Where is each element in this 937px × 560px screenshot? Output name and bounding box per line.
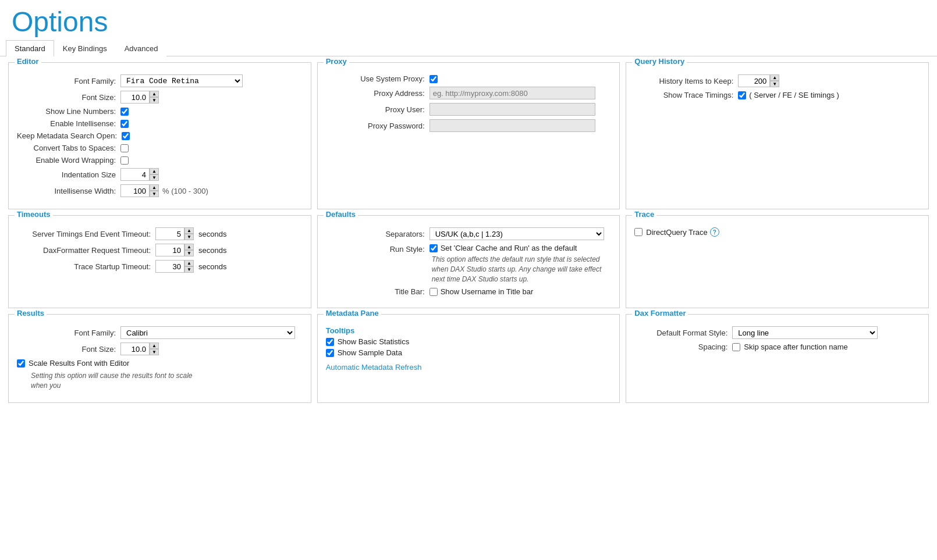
defaults-section: Defaults Separators: US/UK (a,b,c | 1.23… (317, 215, 620, 308)
indentation-size-spinner: 4 ▲ ▼ (120, 168, 159, 181)
proxy-password-row: Proxy Password: (326, 119, 612, 132)
run-style-label: Run Style: (326, 245, 425, 254)
use-system-proxy-checkbox[interactable] (430, 75, 438, 83)
trace-startup-input[interactable]: 30 (155, 260, 184, 273)
proxy-address-row: Proxy Address: (326, 87, 612, 99)
title-bar-label: Title Bar: (326, 287, 425, 296)
show-basic-stats-checkbox[interactable] (326, 338, 334, 346)
show-trace-checkbox[interactable] (738, 91, 746, 99)
metadata-pane-section-title: Metadata Pane (324, 309, 381, 318)
indentation-size-input[interactable]: 4 (120, 168, 150, 181)
keep-metadata-checkbox[interactable] (122, 132, 130, 140)
scale-results-checkbox[interactable] (17, 359, 25, 368)
server-timings-label: Server Timings End Event Timeout: (17, 230, 151, 238)
convert-tabs-checkbox[interactable] (120, 144, 129, 152)
use-system-proxy-row: Use System Proxy: (326, 74, 612, 83)
auto-refresh-group: Automatic Metadata Refresh (326, 363, 612, 372)
editor-section-title: Editor (15, 57, 41, 66)
title-bar-checkbox[interactable] (430, 288, 438, 296)
default-format-label: Default Format Style: (634, 329, 727, 337)
proxy-password-input[interactable] (430, 119, 595, 132)
font-family-select[interactable]: Fira Code Retina (120, 74, 243, 87)
indentation-up-btn[interactable]: ▲ (150, 168, 159, 174)
intellisense-width-down-btn[interactable]: ▼ (150, 191, 159, 197)
direct-query-checkbox[interactable] (634, 228, 643, 236)
proxy-user-input[interactable] (430, 103, 595, 116)
show-trace-suffix: ( Server / FE / SE timings ) (749, 91, 839, 99)
history-items-input[interactable]: 200 (738, 74, 770, 87)
auto-refresh-link[interactable]: Automatic Metadata Refresh (326, 363, 422, 372)
enable-intellisense-checkbox[interactable] (120, 120, 129, 128)
history-items-up-btn[interactable]: ▲ (770, 74, 779, 81)
results-font-family-row: Font Family: Calibri (17, 326, 303, 339)
proxy-user-label: Proxy User: (326, 105, 425, 114)
results-font-size-down-btn[interactable]: ▼ (150, 349, 159, 355)
tab-standard[interactable]: Standard (6, 40, 54, 56)
proxy-section-title: Proxy (324, 57, 349, 66)
trace-section: Trace DirectQuery Trace ? (626, 215, 929, 308)
timeouts-section: Timeouts Server Timings End Event Timeou… (8, 215, 311, 308)
trace-startup-label: Trace Startup Timeout: (17, 262, 151, 271)
results-font-size-input[interactable]: 10.0 (120, 343, 150, 355)
server-timings-up-btn[interactable]: ▲ (184, 227, 194, 234)
font-size-up-btn[interactable]: ▲ (150, 91, 159, 97)
run-style-text: Set 'Clear Cache and Run' as the default (441, 244, 577, 252)
show-line-numbers-row: Show Line Numbers: (17, 107, 303, 116)
intellisense-width-input[interactable]: 100 (120, 184, 150, 197)
show-sample-data-checkbox[interactable] (326, 349, 334, 357)
intellisense-width-spinner-btns: ▲ ▼ (150, 184, 159, 197)
timeouts-section-title: Timeouts (15, 210, 53, 219)
spacing-row: Spacing: Skip space after function name (634, 343, 920, 351)
results-section-title: Results (15, 309, 47, 318)
show-line-numbers-checkbox[interactable] (120, 108, 129, 116)
font-size-spinner-btns: ▲ ▼ (150, 91, 159, 104)
run-style-col: Set 'Clear Cache and Run' as the default… (430, 244, 606, 284)
history-items-down-btn[interactable]: ▼ (770, 81, 779, 87)
separators-label: Separators: (326, 230, 425, 238)
server-timings-input[interactable]: 5 (155, 227, 184, 240)
show-line-numbers-label: Show Line Numbers: (17, 107, 116, 116)
font-size-down-btn[interactable]: ▼ (150, 97, 159, 104)
separators-select[interactable]: US/UK (a,b,c | 1.23) EU (a;b;c | 1,23) (430, 227, 604, 240)
daxformatter-input[interactable]: 10 (155, 244, 184, 256)
trace-startup-spinner-btns: ▲ ▼ (184, 260, 194, 273)
daxformatter-down-btn[interactable]: ▼ (184, 250, 194, 256)
query-history-section-title: Query History (632, 57, 687, 66)
word-wrap-checkbox[interactable] (120, 156, 129, 165)
results-font-size-label: Font Size: (17, 345, 116, 354)
results-font-family-label: Font Family: (17, 329, 116, 337)
proxy-address-input[interactable] (430, 87, 595, 99)
indentation-size-spinner-btns: ▲ ▼ (150, 168, 159, 181)
default-format-select[interactable]: Long line Short line (732, 326, 878, 339)
dax-formatter-section-title: Dax Formatter (632, 309, 688, 318)
spacing-checkbox[interactable] (732, 343, 740, 351)
tab-key-bindings[interactable]: Key Bindings (54, 40, 116, 56)
trace-startup-down-btn[interactable]: ▼ (184, 266, 194, 273)
server-timings-spinner: 5 ▲ ▼ (155, 227, 194, 240)
indentation-down-btn[interactable]: ▼ (150, 174, 159, 181)
run-style-checkbox[interactable] (430, 244, 438, 252)
tab-advanced[interactable]: Advanced (116, 40, 167, 56)
keep-metadata-row: Keep Metadata Search Open: (17, 131, 303, 140)
trace-startup-up-btn[interactable]: ▲ (184, 260, 194, 266)
direct-query-info-icon[interactable]: ? (710, 227, 719, 237)
direct-query-row: DirectQuery Trace ? (634, 227, 920, 237)
trace-startup-spinner: 30 ▲ ▼ (155, 260, 194, 273)
results-font-family-select[interactable]: Calibri (120, 326, 295, 339)
show-sample-data-label: Show Sample Data (338, 348, 402, 357)
font-size-input[interactable]: 10.0 (120, 91, 150, 104)
run-style-checkbox-row: Set 'Clear Cache and Run' as the default (430, 244, 606, 252)
convert-tabs-row: Convert Tabs to Spaces: (17, 144, 303, 152)
dax-formatter-section: Dax Formatter Default Format Style: Long… (626, 314, 929, 403)
results-section: Results Font Family: Calibri Font Size: … (8, 314, 311, 403)
results-font-size-up-btn[interactable]: ▲ (150, 343, 159, 349)
daxformatter-up-btn[interactable]: ▲ (184, 244, 194, 250)
server-timings-row: Server Timings End Event Timeout: 5 ▲ ▼ … (17, 227, 303, 240)
proxy-address-label: Proxy Address: (326, 89, 425, 98)
server-timings-down-btn[interactable]: ▼ (184, 234, 194, 240)
font-family-label: Font Family: (17, 77, 116, 85)
spacing-label: Spacing: (634, 343, 727, 351)
spacing-text: Skip space after function name (744, 343, 848, 351)
scale-results-note: Setting this option will cause the resul… (19, 371, 194, 391)
intellisense-width-up-btn[interactable]: ▲ (150, 184, 159, 191)
